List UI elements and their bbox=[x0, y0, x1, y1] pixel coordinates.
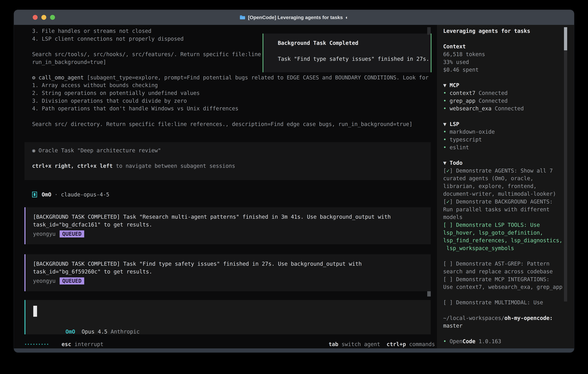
background-task-message: [BACKGROUND TASK COMPLETED] Task "Find t… bbox=[24, 254, 431, 291]
text-segment: Search src/ directory. Return specific f… bbox=[32, 121, 412, 127]
notification-title: Background Task Completed bbox=[278, 40, 358, 46]
background-task-message: [BACKGROUND TASK COMPLETED] Task "Resear… bbox=[24, 207, 431, 244]
terminal-line bbox=[443, 35, 563, 43]
text-segment: 33% used bbox=[443, 59, 469, 65]
content-area: 3. File handles or streams not closed4. … bbox=[14, 25, 574, 348]
todo-item-done: [✓] Demonstrate BACKGROUND AGENTS: bbox=[443, 198, 563, 206]
input-model-name: Opus 4.5 bbox=[75, 329, 111, 335]
text-segment: 4. LSP client connections not properly d… bbox=[32, 36, 184, 42]
todo-item-active: [ ] Demonstrate LSP TOOLS: Use bbox=[443, 221, 563, 229]
text-segment: context7 bbox=[450, 90, 479, 96]
text-segment: librarian, explore, frontend, bbox=[443, 183, 537, 189]
text-segment: lsp_find_references, lsp_diagnostics, bbox=[443, 237, 562, 244]
text-segment: • bbox=[443, 136, 450, 143]
context-used: 33% used bbox=[443, 58, 563, 66]
folder-icon bbox=[240, 15, 245, 20]
text-segment: curated agents (OmO, oracle, bbox=[443, 175, 534, 181]
prompt-input[interactable]: OmO Opus 4.5 Anthropic bbox=[24, 300, 431, 334]
terminal-line: 2. String operations on potentially unde… bbox=[32, 89, 429, 97]
terminal-line bbox=[32, 113, 429, 120]
window-bottom-frame bbox=[14, 348, 574, 353]
text-segment: grep_app bbox=[450, 98, 479, 104]
text-segment: [ ] Demonstrate MCP INTEGRATIONS: bbox=[443, 276, 549, 282]
oracle-task-box: ◉ Oracle Task "Deep architecture review"… bbox=[24, 142, 431, 180]
traffic-lights bbox=[33, 10, 55, 25]
task-message-line: [BACKGROUND TASK COMPLETED] Task "Resear… bbox=[33, 214, 391, 220]
todo-item-active: lsp_workspace_symbols bbox=[443, 244, 563, 252]
terminal-line: Search src/ directory. Return specific f… bbox=[32, 120, 429, 128]
text-segment: lsp_workspace_symbols bbox=[443, 245, 514, 251]
input-meta-row: OmO Opus 4.5 Anthropic bbox=[33, 322, 140, 341]
todo-item-active: lsp_find_references, lsp_diagnostics, bbox=[443, 237, 563, 244]
window-title-text: [OpenCode] Leveraging agents for tasks bbox=[248, 15, 343, 20]
text-segment: [ bbox=[443, 168, 446, 174]
status-bar: ········· esc interrupt tab switch agent… bbox=[25, 340, 435, 348]
agent-session-header[interactable]: OmO · claude-opus-4-5 bbox=[32, 191, 109, 198]
zoom-button[interactable] bbox=[50, 15, 55, 20]
mcp-item: • websearch_exa Connected bbox=[443, 105, 563, 113]
text-segment: ▼ bbox=[443, 82, 450, 88]
text-segment: Todo bbox=[450, 160, 462, 166]
text-segment: markdown-oxide bbox=[450, 129, 495, 135]
agent-name: OmO bbox=[42, 191, 51, 198]
terminal-line: 1. Array access without bounds checking bbox=[32, 82, 429, 89]
text-segment: MCP bbox=[450, 82, 459, 88]
todo-item-pending: [ ] Demonstrate MULTIMODAL: Use bbox=[443, 299, 563, 306]
text-segment: websearch_exa bbox=[450, 105, 495, 112]
text-segment: Search src/tools/, src/hooks/, src/featu… bbox=[32, 51, 261, 57]
sidebar-scrollbar-track[interactable] bbox=[564, 50, 567, 301]
text-segment: 4. Path operations that don't handle Win… bbox=[32, 105, 238, 112]
todo-item-pending: Use context7, websearch_exa, grep_app bbox=[443, 283, 563, 291]
context-tokens: 66,518 tokens bbox=[443, 51, 563, 58]
text-segment: Open bbox=[450, 338, 462, 344]
todo-item-done: curated agents (OmO, oracle, bbox=[443, 175, 563, 182]
minimize-button[interactable] bbox=[41, 15, 46, 20]
text-segment: 1. Array access without bounds checking bbox=[32, 82, 158, 88]
text-segment: ✓ bbox=[446, 168, 450, 174]
terminal-line: ⚙ call_omo_agent [subagent_type=explore,… bbox=[32, 74, 429, 82]
oracle-task-hint: ctrl+x right, ctrl+x left to navigate be… bbox=[32, 163, 235, 169]
notification-body: Task "Find type safety issues" finished … bbox=[278, 56, 429, 62]
text-segment: Connected bbox=[495, 105, 524, 112]
text-segment: run_in_background=true] bbox=[32, 59, 106, 65]
chat-main-area: 3. File handles or streams not closed4. … bbox=[14, 25, 437, 348]
text-segment: Connected bbox=[479, 98, 508, 104]
terminal-line bbox=[443, 113, 563, 120]
close-button[interactable] bbox=[33, 15, 38, 20]
text-segment: LSP bbox=[450, 121, 459, 127]
titlebar[interactable]: [OpenCode] Leveraging agents for tasks ◐ bbox=[14, 10, 574, 25]
task-user: yeongyu bbox=[33, 231, 56, 237]
mcp-item: • grep_app Connected bbox=[443, 97, 563, 105]
todo-item-done: librarian, explore, frontend, bbox=[443, 182, 563, 190]
text-segment: ▼ bbox=[443, 121, 450, 127]
context-spent: $0.46 spent bbox=[443, 66, 563, 74]
text-segment: ] bbox=[450, 168, 456, 174]
hint-interrupt: esc interrupt bbox=[62, 341, 104, 347]
keyboard-shortcut: ctrl+x right, ctrl+x left bbox=[32, 163, 113, 169]
text-segment: master bbox=[443, 323, 462, 329]
todo-item-active: lsp_hover, lsp_goto_definition, bbox=[443, 229, 563, 237]
text-segment: typescript bbox=[450, 136, 482, 143]
text-segment: • bbox=[443, 144, 450, 151]
hint-commands: ctrl+p commands bbox=[387, 341, 435, 347]
todo-item-pending: [ ] Demonstrate AST-GREP: Pattern bbox=[443, 260, 563, 268]
text-segment: • bbox=[443, 98, 450, 104]
terminal-line: 3. Division operations that could divide… bbox=[32, 97, 429, 105]
text-segment: Context bbox=[443, 43, 466, 50]
text-segment: 3. File handles or streams not closed bbox=[32, 28, 151, 34]
input-agent-name: OmO bbox=[65, 329, 75, 335]
app-window: [OpenCode] Leveraging agents for tasks ◐… bbox=[14, 10, 574, 353]
version-line: • OpenCode 1.0.163 bbox=[443, 338, 563, 345]
task-user: yeongyu bbox=[33, 278, 56, 284]
task-message-line: task_id="bg_dcfac161" to get results. bbox=[33, 222, 152, 228]
mcp-item: • context7 Connected bbox=[443, 89, 563, 97]
agent-checkbox-icon bbox=[32, 192, 37, 197]
todo-item-done: [✓] Demonstrate AGENTS: Show all 7 bbox=[443, 167, 563, 175]
main-scrollbar-thumb[interactable] bbox=[427, 27, 431, 35]
status-badge: QUEUED bbox=[60, 230, 84, 238]
todo-item-pending: [ ] Demonstrate MCP INTEGRATIONS: bbox=[443, 276, 563, 283]
text-segment: lsp_hover, lsp_goto_definition, bbox=[443, 230, 543, 236]
text-segment: eslint bbox=[450, 144, 469, 151]
spinner-icon: ········· bbox=[25, 341, 50, 347]
sidebar-scrollbar-thumb[interactable] bbox=[564, 27, 567, 50]
